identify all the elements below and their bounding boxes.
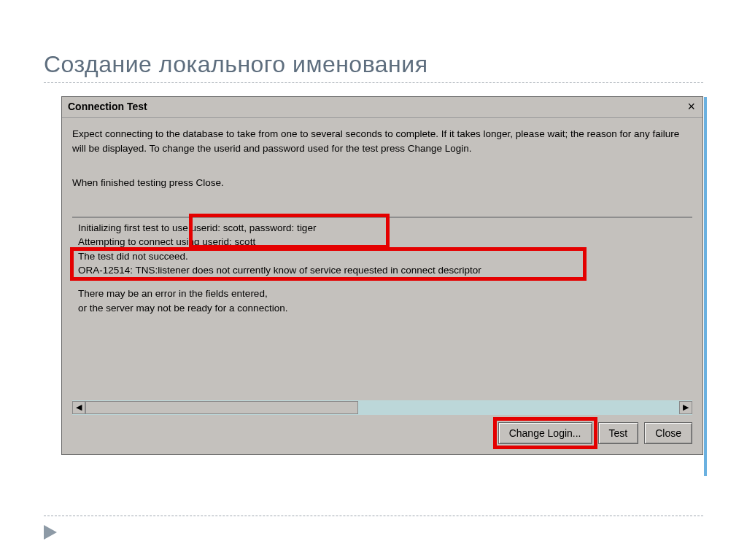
scroll-right-icon[interactable]: ▶ — [679, 401, 692, 414]
slide-title: Создание локального именования — [44, 51, 703, 78]
close-button[interactable]: Close — [644, 422, 692, 444]
horizontal-scrollbar[interactable]: ◀ ▶ — [72, 400, 692, 415]
log-area: Initializing first test to use userid: s… — [72, 217, 692, 400]
test-button[interactable]: Test — [598, 422, 639, 444]
change-login-button[interactable]: Change Login... — [498, 422, 592, 444]
instructions-line-1: Expect connecting to the database to tak… — [72, 127, 692, 155]
dialog-title: Connection Test — [68, 101, 147, 112]
scroll-track[interactable] — [85, 401, 679, 414]
log-line: The test did not succeed. — [72, 249, 692, 264]
dialog-titlebar: Connection Test × — [62, 97, 703, 118]
scroll-left-icon[interactable]: ◀ — [72, 401, 85, 414]
connection-test-dialog: Connection Test × Expect connecting to t… — [61, 96, 703, 455]
instructions-line-2: When finished testing press Close. — [72, 176, 692, 190]
log-text: Initializing first test to use userid: s… — [72, 218, 692, 400]
dialog-button-row: Change Login... Test Close — [62, 415, 703, 454]
decorative-right-strip — [704, 97, 707, 476]
scroll-thumb[interactable] — [85, 401, 358, 414]
log-line: Attempting to connect using userid: scot… — [72, 235, 692, 249]
log-line: or the server may not be ready for a con… — [72, 301, 692, 316]
close-icon[interactable]: × — [684, 100, 698, 113]
dialog-body: Expect connecting to the database to tak… — [62, 118, 703, 415]
log-line: ORA-12514: TNS:listener does not current… — [72, 263, 692, 278]
log-line: There may be an error in the fields ente… — [72, 287, 692, 301]
instructions-block: Expect connecting to the database to tak… — [72, 127, 692, 190]
presentation-slide: Создание локального именования Connectio… — [0, 0, 747, 560]
bottom-divider — [44, 516, 703, 516]
play-icon — [44, 525, 57, 540]
log-line: Initializing first test to use userid: s… — [72, 221, 692, 236]
title-divider — [44, 82, 703, 83]
